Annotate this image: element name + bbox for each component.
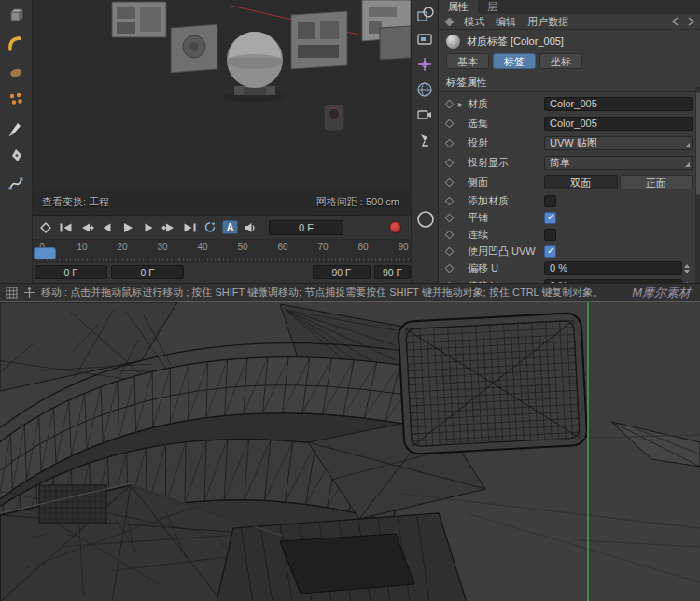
play-button[interactable] — [119, 219, 137, 236]
range-start-field2[interactable]: 0 F — [111, 265, 184, 279]
grid-spacing-label: 网格间距 : 500 cm — [316, 195, 399, 209]
object-title: 材质标签 [Color_005] — [467, 35, 564, 49]
watermark-text: M摩尔素材 — [632, 285, 694, 301]
range-fields-row: 0 F 0 F 90 F 90 F — [33, 262, 411, 283]
goto-end-button[interactable] — [180, 219, 199, 236]
attr-row-selection: 选集 Color_005 — [439, 114, 700, 133]
attr-row-offset-u: 偏移 U 0 % — [439, 259, 700, 277]
material-name-field[interactable]: Color_005 — [544, 97, 693, 111]
prev-key-button[interactable] — [77, 219, 96, 236]
seamless-checkbox[interactable] — [544, 229, 556, 241]
prev-frame-button[interactable] — [98, 219, 117, 236]
side-icon-strip — [411, 0, 439, 283]
add-material-checkbox[interactable] — [544, 195, 556, 207]
side-both-button[interactable]: 双面 — [544, 175, 618, 189]
projection-display-dropdown[interactable]: 简单 — [544, 156, 693, 170]
keyframe-diamond-icon[interactable] — [445, 178, 455, 188]
next-frame-button[interactable] — [139, 219, 158, 236]
loop-playback-button[interactable] — [201, 219, 219, 236]
ruler-tick-label: 60 — [277, 242, 287, 252]
attributes-panel: 属性 层 模式 编辑 用户数据 材质标签 [Color_005] 基本 标签 坐… — [439, 0, 700, 283]
keyframe-diamond-icon[interactable] — [445, 213, 455, 222]
keyframe-diamond-icon[interactable] — [445, 264, 455, 273]
tab-coordinates[interactable]: 坐标 — [539, 53, 582, 69]
status-bar: 移动 : 点击并拖动鼠标进行移动 ; 按住 SHIFT 键微调移动; 节点捕捉需… — [0, 283, 700, 301]
spline-tool-icon[interactable] — [3, 171, 30, 196]
view-transform-label: 查看变换: 工程 — [42, 195, 109, 209]
current-frame-field[interactable]: 0 F — [269, 220, 343, 235]
camera-icon[interactable] — [413, 104, 437, 126]
panel-header: 属性 层 — [439, 0, 700, 14]
audio-toggle-button[interactable] — [241, 219, 259, 236]
attr-row-seamless: 连续 — [439, 226, 700, 243]
range-end-field2[interactable]: 90 F — [374, 265, 411, 279]
attr-row-add-material: 添加材质 — [439, 192, 700, 209]
keyframe-diamond-icon[interactable] — [445, 119, 455, 129]
a-toggle-button[interactable]: A — [222, 220, 238, 234]
goto-start-button[interactable] — [57, 219, 76, 236]
display-settings-icon[interactable] — [413, 28, 437, 50]
pen-tool-icon[interactable] — [3, 143, 30, 168]
timeline-ruler[interactable]: 0 10 20 30 40 50 60 70 80 90 — [33, 240, 411, 262]
attr-row-use-bump-uvw: 使用凹凸 UVW — [439, 243, 700, 259]
keyframe-diamond-icon[interactable] — [445, 196, 455, 205]
keyframe-diamond-icon[interactable] — [445, 139, 455, 148]
brush-tool-icon[interactable] — [3, 115, 30, 140]
range-start-field[interactable]: 0 F — [35, 265, 107, 279]
autokey-record-button[interactable] — [389, 221, 401, 233]
axis-tool-icon[interactable] — [413, 53, 437, 76]
tab-basic[interactable]: 基本 — [446, 53, 489, 69]
selection-field[interactable]: Color_005 — [544, 117, 693, 131]
tile-checkbox[interactable] — [544, 212, 556, 224]
tab-tag[interactable]: 标签 — [493, 53, 536, 69]
bend-deformer-icon[interactable] — [3, 31, 30, 56]
menu-edit[interactable]: 编辑 — [496, 15, 516, 29]
primitives-icon[interactable] — [413, 3, 437, 25]
tab-layers[interactable]: 层 — [478, 0, 507, 14]
world-grid-icon[interactable] — [413, 78, 437, 101]
menu-mode[interactable]: 模式 — [464, 15, 484, 29]
keyframe-diamond-icon[interactable] — [445, 159, 455, 168]
ruler-tick-label: 40 — [197, 242, 207, 252]
move-tool-icon[interactable] — [3, 3, 30, 28]
status-help-text: 移动 : 点击并拖动鼠标进行移动 ; 按住 SHIFT 键微调移动; 节点捕捉需… — [41, 286, 626, 300]
viewport-scene — [33, 0, 411, 215]
move-axis-icon[interactable] — [23, 287, 35, 299]
ruler-tick-label: 50 — [237, 242, 247, 252]
panel-scrollbar[interactable] — [695, 87, 700, 283]
side-front-button[interactable]: 正面 — [620, 175, 693, 189]
particles-tool-icon[interactable] — [3, 87, 30, 112]
cinema4d-app: 查看变换: 工程 网格间距 : 500 cm 属性 层 模式 编辑 用户数据 — [0, 0, 700, 601]
keyframe-diamond-icon[interactable] — [445, 246, 455, 256]
use-bump-uvw-checkbox[interactable] — [544, 245, 556, 258]
attr-menu-bar: 模式 编辑 用户数据 — [439, 14, 700, 30]
wireframe-scene — [0, 302, 700, 601]
light-icon[interactable] — [413, 129, 437, 151]
viewport-3d[interactable]: 查看变换: 工程 网格间距 : 500 cm — [33, 0, 411, 215]
attr-row-tile: 平铺 — [439, 209, 700, 226]
keyframe-diamond-button[interactable] — [36, 219, 55, 236]
range-end-field[interactable]: 90 F — [313, 265, 371, 279]
circle-tool-icon[interactable] — [413, 208, 438, 231]
history-back-icon[interactable] — [670, 16, 681, 27]
playhead-marker[interactable] — [34, 247, 56, 259]
timeline: A 0 F 0 10 20 30 40 50 60 70 80 90 0 F 0… — [33, 215, 411, 283]
history-forward-icon[interactable] — [685, 16, 696, 27]
clay-tool-icon[interactable] — [3, 59, 30, 84]
wireframe-viewport[interactable] — [0, 301, 700, 601]
keyframe-diamond-icon[interactable] — [445, 230, 455, 239]
frame-tick-marks — [38, 258, 411, 261]
expand-arrow-icon[interactable]: ▸ — [458, 99, 468, 109]
ruler-tick-label: 20 — [117, 242, 127, 252]
menu-userdata[interactable]: 用户数据 — [527, 15, 568, 29]
offset-u-field[interactable]: 0 % — [544, 261, 682, 275]
projection-dropdown[interactable]: UVW 贴图 — [544, 136, 693, 150]
tab-attributes[interactable]: 属性 — [439, 0, 478, 14]
grid-snap-icon[interactable] — [6, 287, 18, 299]
offset-u-spinner[interactable] — [684, 261, 693, 275]
attr-row-side: 侧面 双面 正面 — [439, 173, 700, 192]
keyframe-diamond-icon[interactable] — [445, 100, 455, 109]
next-key-button[interactable] — [160, 219, 178, 236]
attr-row-projection: 投射 UVW 贴图 — [439, 133, 700, 153]
attr-row-projection-display: 投射显示 简单 — [439, 153, 700, 173]
